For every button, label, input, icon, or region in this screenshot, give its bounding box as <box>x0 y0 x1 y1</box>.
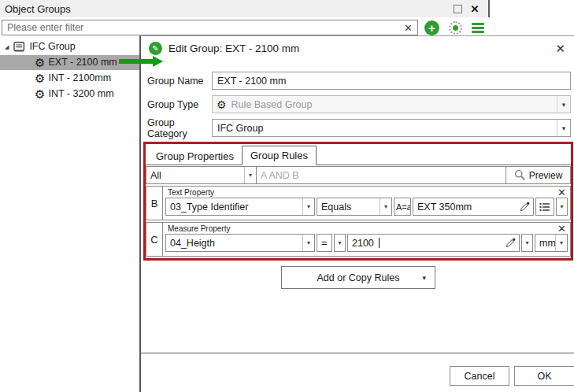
tree-item-int-2100[interactable]: ⚙ INT - 2100mm <box>0 71 139 86</box>
rule-type-label: Text Property <box>168 188 568 197</box>
remove-rule-button[interactable]: ✕ <box>557 187 566 199</box>
menu-button[interactable] <box>472 23 484 33</box>
property-combo[interactable]: 04_Heigth ▾ <box>165 234 315 252</box>
ok-button[interactable]: OK <box>514 366 574 386</box>
group-type-combo: ⚙ Rule Based Group ▾ <box>212 95 571 113</box>
property-combo[interactable]: 03_Type Identifier ▾ <box>165 198 315 216</box>
expression-placeholder: A AND B <box>257 170 505 181</box>
operator-value: = <box>317 238 331 249</box>
tree-item-int-3200[interactable]: ⚙ INT - 3200 mm <box>0 87 139 102</box>
operator-value: Equals <box>317 202 380 213</box>
window-titlebar: Object Groups ✕ <box>0 0 488 17</box>
window-close-button[interactable]: ✕ <box>466 2 483 16</box>
operator-dropdown-button[interactable]: ▾ <box>334 234 346 252</box>
rule-value-text: 2100 <box>348 238 378 249</box>
edit-group-dialog: ✎ Edit Group: EXT - 2100 mm ✕ Group Name… <box>139 35 574 392</box>
plus-icon: + <box>424 20 439 35</box>
group-type-row: Group Type ⚙ Rule Based Group ▾ <box>147 95 571 113</box>
operator-box[interactable]: = <box>317 234 332 252</box>
close-icon: ✕ <box>471 4 480 14</box>
preview-label: Preview <box>529 170 563 181</box>
rule-controls: 04_Heigth ▾ = ▾ 2100 <box>165 234 568 252</box>
gear-target-icon <box>449 21 462 35</box>
property-value: 04_Heigth <box>166 238 302 249</box>
cancel-button[interactable]: Cancel <box>450 366 509 386</box>
combinator-combo[interactable]: All ▾ <box>146 166 257 184</box>
remove-rule-button[interactable]: ✕ <box>557 223 566 235</box>
chevron-down-icon[interactable]: ▾ <box>302 235 314 251</box>
rule-id-badge: B <box>146 187 163 220</box>
preview-button[interactable]: Preview <box>505 166 571 184</box>
hamburger-icon <box>472 23 484 33</box>
case-toggle-label: A=a <box>394 202 410 212</box>
clear-filter-icon[interactable]: ✕ <box>399 23 417 33</box>
rules-section-highlight: Group Properties Group Rules All ▾ A AND… <box>143 142 573 261</box>
expression-input[interactable]: A AND B <box>256 166 506 184</box>
more-options-button[interactable]: ▾ <box>556 198 568 216</box>
tree-item-label: EXT - 2100 mm <box>48 57 117 68</box>
settings-button[interactable] <box>449 21 462 35</box>
annotation-arrow-icon <box>119 56 163 67</box>
rule-query-row: All ▾ A AND B Preview <box>146 166 571 184</box>
maximize-button[interactable] <box>449 2 466 16</box>
group-category-label: Group Category <box>147 117 212 139</box>
edit-group-icon: ✎ <box>149 42 162 55</box>
gear-icon: ⚙ <box>35 57 45 68</box>
chevron-down-icon[interactable]: ▾ <box>555 235 567 251</box>
add-group-button[interactable]: + <box>424 20 439 35</box>
group-type-value: Rule Based Group <box>227 99 557 110</box>
tree-item-label: INT - 2100mm <box>48 73 111 83</box>
rule-body: Measure Property ✕ 04_Heigth ▾ = ▾ 2100 <box>163 223 570 256</box>
gear-icon: ⚙ <box>35 88 45 100</box>
tab-group-properties[interactable]: Group Properties <box>148 149 242 165</box>
chevron-down-icon[interactable]: ▾ <box>380 198 391 215</box>
gear-icon: ⚙ <box>217 99 227 110</box>
screen: Object Groups ✕ Please enter filter ✕ + <box>0 0 574 392</box>
list-icon <box>539 202 550 212</box>
tree-item-label: INT - 3200 mm <box>48 89 113 99</box>
eyedropper-icon[interactable] <box>520 202 530 212</box>
rule-type-label: Measure Property <box>168 224 568 233</box>
text-caret <box>379 238 380 248</box>
rule-body: Text Property ✕ 03_Type Identifier ▾ Equ… <box>163 187 570 220</box>
rule-value-text: EXT 350mm <box>413 202 518 213</box>
unit-value: mm <box>535 238 555 249</box>
tree-root-label: IFC Group <box>29 42 75 52</box>
ok-label: OK <box>537 371 551 382</box>
filter-input[interactable]: Please enter filter ✕ <box>2 20 418 35</box>
group-tree: ◢ IFC Group ⚙ EXT - 2100 mm ⚙ INT - 2100… <box>0 39 139 102</box>
rule-value-input[interactable]: 2100 <box>347 234 520 252</box>
rule-row-b: B Text Property ✕ 03_Type Identifier ▾ E… <box>146 186 571 220</box>
chevron-down-icon[interactable]: ▾ <box>557 120 570 136</box>
search-icon <box>514 169 526 181</box>
case-sensitive-toggle[interactable]: A=a <box>394 198 411 216</box>
tab-strip: Group Properties Group Rules <box>146 144 571 165</box>
group-category-icon <box>13 42 25 52</box>
window-title: Object Groups <box>5 3 449 15</box>
expander-icon[interactable]: ◢ <box>5 44 9 50</box>
maximize-icon <box>454 5 462 13</box>
unit-combo[interactable]: mm ▾ <box>535 234 568 252</box>
add-or-copy-rules-button[interactable]: Add or Copy Rules ▾ <box>281 266 435 289</box>
operator-combo[interactable]: Equals ▾ <box>317 198 392 216</box>
footer-divider <box>141 353 574 353</box>
gear-icon: ⚙ <box>35 72 45 84</box>
value-list-button[interactable] <box>535 198 554 216</box>
value-dropdown-button[interactable]: ▾ <box>521 234 533 252</box>
group-category-combo[interactable]: IFC Group ▾ <box>212 119 571 137</box>
tree-node-ifc-group[interactable]: ◢ IFC Group <box>0 39 139 54</box>
group-category-value: IFC Group <box>213 123 557 134</box>
group-name-input[interactable]: EXT - 2100 mm <box>212 72 571 90</box>
property-value: 03_Type Identifier <box>166 202 302 213</box>
dialog-title: Edit Group: EXT - 2100 mm <box>168 43 299 54</box>
rule-controls: 03_Type Identifier ▾ Equals ▾ A=a EXT 35… <box>165 198 568 216</box>
dialog-close-button[interactable]: ✕ <box>555 43 565 54</box>
group-name-value: EXT - 2100 mm <box>213 76 570 87</box>
chevron-down-icon[interactable]: ▾ <box>302 198 314 215</box>
rule-value-input[interactable]: EXT 350mm <box>413 198 534 216</box>
eyedropper-icon[interactable] <box>505 238 516 248</box>
chevron-down-icon[interactable]: ▾ <box>244 167 256 183</box>
rule-id-badge: C <box>146 223 163 256</box>
tab-group-rules[interactable]: Group Rules <box>242 146 317 165</box>
dialog-header: ✎ Edit Group: EXT - 2100 mm <box>149 42 299 55</box>
